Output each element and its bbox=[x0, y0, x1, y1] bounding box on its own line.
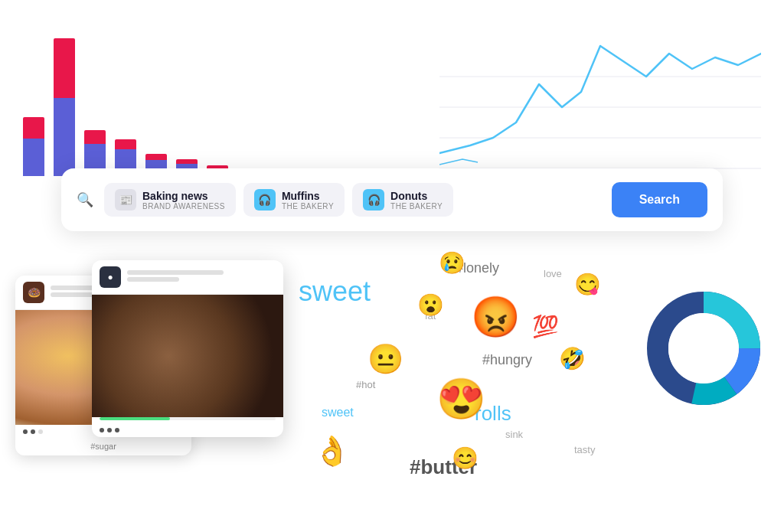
svg-point-8 bbox=[668, 313, 739, 383]
search-button[interactable]: Search bbox=[612, 182, 707, 217]
emoji-8: 😋 bbox=[574, 274, 601, 295]
bar-pink-2 bbox=[84, 130, 106, 144]
word-9: sink bbox=[505, 429, 523, 440]
tag-muffins[interactable]: 🎧 Muffins THE BAKERY bbox=[243, 183, 345, 217]
bar-pink-0 bbox=[23, 117, 44, 139]
word-4: #hungry bbox=[482, 352, 532, 368]
emoji-5: 😊 bbox=[452, 448, 479, 469]
bar-blue-1 bbox=[54, 98, 75, 176]
card-front-meta bbox=[127, 270, 276, 284]
baking-news-icon: 📰 bbox=[115, 189, 136, 211]
donuts-text: Donuts THE BAKERY bbox=[390, 190, 443, 211]
bar-group-1 bbox=[54, 38, 75, 176]
donuts-icon: 🎧 bbox=[363, 189, 384, 211]
line-chart bbox=[439, 15, 761, 184]
emoji-7: 👌 bbox=[314, 436, 350, 465]
bar-pink-3 bbox=[115, 139, 136, 149]
card-progress bbox=[92, 417, 283, 423]
emoji-2: 😍 bbox=[436, 379, 486, 419]
card-back-label: #sugar bbox=[15, 442, 191, 455]
social-cards: 🍩 #sugar ● bbox=[15, 260, 306, 513]
search-icon: 🔍 bbox=[77, 191, 93, 208]
baking-news-text: Baking news BRAND AWARENESS bbox=[142, 190, 225, 211]
tag-donuts[interactable]: 🎧 Donuts THE BAKERY bbox=[352, 183, 453, 217]
bar-group-0 bbox=[23, 117, 44, 176]
muffins-text: Muffins THE BAKERY bbox=[282, 190, 334, 211]
emoji-6: 😮 bbox=[417, 295, 444, 316]
donut-chart bbox=[639, 283, 769, 413]
card-back-avatar: 🍩 bbox=[23, 282, 44, 303]
card-front-header: ● bbox=[92, 260, 283, 295]
social-card-front: ● bbox=[92, 260, 283, 437]
muffins-icon: 🎧 bbox=[254, 189, 276, 211]
bar-pink-4 bbox=[145, 154, 167, 160]
word-0: sweet bbox=[299, 276, 371, 308]
word-5: #hot bbox=[356, 379, 375, 390]
word-cloud: sweetsweetrolls#lonely#hungry#hot#butter… bbox=[299, 253, 651, 505]
emoji-4: 😐 bbox=[368, 344, 403, 374]
bar-chart bbox=[23, 15, 345, 184]
tag-baking-news[interactable]: 📰 Baking news BRAND AWARENESS bbox=[104, 183, 236, 217]
emoji-0: 😢 bbox=[439, 253, 466, 274]
word-1: sweet bbox=[322, 406, 354, 419]
emoji-1: 😡 bbox=[471, 297, 521, 337]
bar-pink-1 bbox=[54, 38, 75, 98]
word-10: tasty bbox=[574, 444, 595, 455]
card-front-footer bbox=[92, 423, 283, 437]
card-front-avatar: ● bbox=[100, 266, 121, 288]
search-bar: 🔍 📰 Baking news BRAND AWARENESS 🎧 Muffin… bbox=[61, 168, 723, 231]
emoji-3: 🤣 bbox=[559, 348, 586, 370]
word-8: love bbox=[544, 268, 562, 279]
hundred-emoji: 💯 bbox=[532, 314, 559, 339]
bar-blue-0 bbox=[23, 139, 44, 176]
card-front-image bbox=[92, 295, 283, 417]
